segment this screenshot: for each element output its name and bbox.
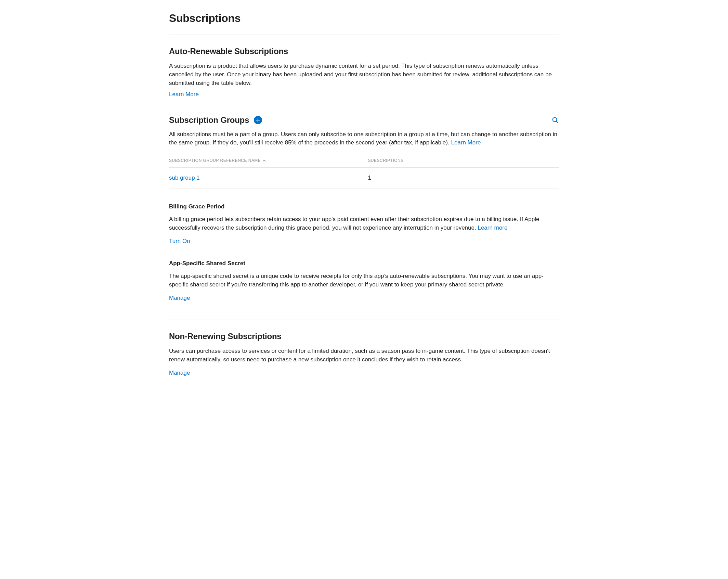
divider: [169, 320, 559, 320]
auto-renewable-learn-more-link[interactable]: Learn More: [169, 90, 199, 99]
subscription-groups-body: All subscriptions must be a part of a gr…: [169, 130, 559, 147]
grace-period-body: A billing grace period lets subscribers …: [169, 215, 559, 232]
subscription-groups-body-text: All subscriptions must be a part of a gr…: [169, 131, 557, 146]
search-icon: [552, 117, 559, 124]
grace-period-heading: Billing Grace Period: [169, 203, 559, 211]
subscription-groups-table: SUBSCRIPTION GROUP REFERENCE NAME SUBSCR…: [169, 154, 559, 189]
column-header-count-label: SUBSCRIPTIONS: [368, 158, 403, 163]
auto-renewable-heading: Auto-Renewable Subscriptions: [169, 45, 559, 57]
svg-line-3: [556, 121, 558, 123]
column-header-name[interactable]: SUBSCRIPTION GROUP REFERENCE NAME: [169, 154, 368, 168]
chevron-up-icon: [262, 159, 266, 163]
plus-icon: [256, 118, 260, 123]
page-title: Subscriptions: [169, 10, 559, 26]
shared-secret-heading: App-Specific Shared Secret: [169, 259, 559, 268]
shared-secret-body: The app-specific shared secret is a uniq…: [169, 272, 559, 289]
non-renewing-manage-link[interactable]: Manage: [169, 370, 190, 376]
auto-renewable-body: A subscription is a product that allows …: [169, 62, 559, 88]
subscription-groups-learn-more-link[interactable]: Learn More: [451, 139, 481, 146]
search-groups-button[interactable]: [551, 116, 559, 124]
group-count-cell: 1: [368, 168, 559, 189]
table-row[interactable]: sub group 1 1: [169, 168, 559, 189]
grace-period-learn-more-link[interactable]: Learn more: [478, 224, 507, 231]
non-renewing-heading: Non-Renewing Subscriptions: [169, 330, 559, 342]
divider: [169, 35, 559, 35]
group-name-link[interactable]: sub group 1: [169, 175, 200, 181]
non-renewing-body: Users can purchase access to services or…: [169, 347, 559, 364]
subscription-groups-header: Subscription Groups: [169, 114, 559, 126]
grace-period-turn-on-link[interactable]: Turn On: [169, 238, 190, 244]
column-header-name-label: SUBSCRIPTION GROUP REFERENCE NAME: [169, 158, 261, 164]
subscription-groups-heading: Subscription Groups: [169, 114, 249, 126]
column-header-count[interactable]: SUBSCRIPTIONS: [368, 154, 559, 168]
shared-secret-manage-link[interactable]: Manage: [169, 295, 190, 301]
subscriptions-page: Subscriptions Auto-Renewable Subscriptio…: [159, 0, 569, 398]
add-group-button[interactable]: [254, 116, 262, 124]
